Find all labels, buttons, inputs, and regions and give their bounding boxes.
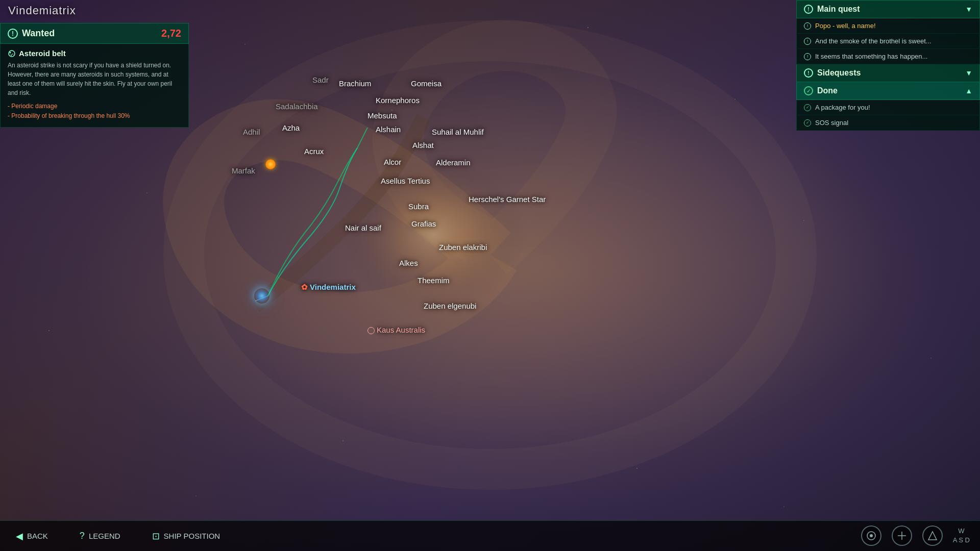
done-header[interactable]: ✓ Done ▲ <box>796 82 980 100</box>
asteroid-description: An asteroid strike is not scary if you h… <box>8 61 181 97</box>
sidequests-label: Sidequests <box>817 68 861 78</box>
done-icon: ✓ <box>804 86 813 95</box>
done-item-sos[interactable]: ✓ SOS signal <box>796 115 980 131</box>
quest-item-icon-3: ! <box>804 53 811 60</box>
asteroid-icon <box>8 49 16 58</box>
wanted-bar: ! Wanted 2,72 <box>0 23 189 44</box>
main-quest-icon: ! <box>804 5 813 14</box>
orange-star-marker <box>265 159 276 169</box>
quest-item-popo[interactable]: ! Popo - well, a name! <box>796 18 980 34</box>
back-icon: ◀ <box>16 531 23 542</box>
map-control-1[interactable] <box>861 525 881 546</box>
location-title: Vindemiatrix <box>0 0 84 21</box>
done-item-icon-1: ✓ <box>804 104 811 111</box>
quest-item-icon-1: ! <box>804 22 811 30</box>
bottom-bar: ◀ BACK ? LEGEND ⊡ SHIP POSITION <box>0 520 980 551</box>
svg-point-3 <box>10 52 11 53</box>
wasd-label: WA S D <box>953 527 970 545</box>
asteroid-warnings: - Periodic damage - Probability of break… <box>8 102 181 121</box>
asteroid-belt-title: Asteroid belt <box>8 49 181 58</box>
legend-button[interactable]: ? LEGEND <box>74 527 126 545</box>
map-control-2[interactable] <box>892 525 912 546</box>
done-item-package[interactable]: ✓ A package for you! <box>796 100 980 115</box>
legend-label: LEGEND <box>89 532 120 540</box>
done-chevron: ▲ <box>965 87 972 95</box>
svg-point-5 <box>11 54 12 55</box>
svg-point-4 <box>12 54 13 55</box>
main-quest-header[interactable]: ! Main quest ▼ <box>796 0 980 18</box>
right-panel: ! Main quest ▼ ! Popo - well, a name! ! … <box>796 0 980 131</box>
quest-item-something[interactable]: ! It seems that something has happen... <box>796 49 980 64</box>
ship-position-label: SHIP POSITION <box>164 532 220 540</box>
sidequests-icon: ! <box>804 68 813 78</box>
warning-1: - Periodic damage <box>8 102 181 111</box>
map-icon-3 <box>927 531 938 541</box>
sidequests-header[interactable]: ! Sidequests ▼ <box>796 64 980 82</box>
map-icon-2 <box>897 531 907 541</box>
sidequests-chevron: ▼ <box>965 69 972 77</box>
svg-marker-10 <box>928 532 937 540</box>
ship-position-icon: ⊡ <box>152 531 160 542</box>
quest-item-smoke[interactable]: ! And the smoke of the brothel is sweet.… <box>796 34 980 49</box>
wanted-icon: ! <box>8 29 18 39</box>
ship-position-button[interactable]: ⊡ SHIP POSITION <box>146 527 226 545</box>
map-control-3[interactable] <box>922 525 943 546</box>
warning-2: - Probability of breaking through the hu… <box>8 111 181 121</box>
main-quest-chevron: ▼ <box>965 5 972 13</box>
svg-point-7 <box>870 534 873 537</box>
left-panel: ! Wanted 2,72 Asteroid belt An asteroid … <box>0 23 189 128</box>
asteroid-panel: Asteroid belt An asteroid strike is not … <box>0 44 189 128</box>
quest-item-icon-2: ! <box>804 38 811 45</box>
wanted-label: Wanted <box>22 28 55 39</box>
wanted-value: 2,72 <box>161 28 181 39</box>
main-quest-label: Main quest <box>817 5 860 14</box>
done-label: Done <box>817 86 838 95</box>
svg-point-2 <box>9 51 15 57</box>
done-item-icon-2: ✓ <box>804 119 811 127</box>
back-button[interactable]: ◀ BACK <box>10 527 54 545</box>
map-icon-1 <box>866 531 876 541</box>
legend-icon: ? <box>80 531 85 541</box>
back-label: BACK <box>27 532 48 540</box>
bottom-right-controls: WA S D <box>861 525 970 546</box>
wasd-controls: WA S D <box>953 527 970 545</box>
